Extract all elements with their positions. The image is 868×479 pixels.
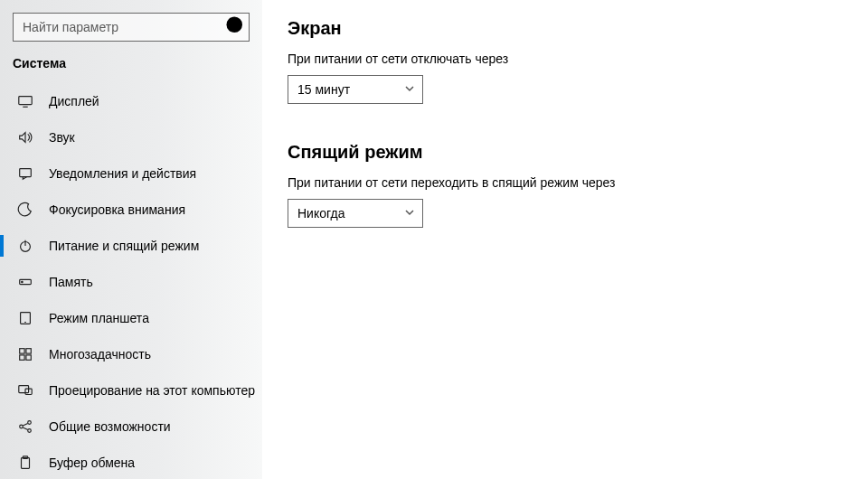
svg-line-22 — [23, 427, 27, 430]
sidebar-item-clipboard[interactable]: Буфер обмена — [0, 445, 262, 479]
chevron-down-icon — [404, 206, 415, 221]
sidebar-item-power-sleep[interactable]: Питание и спящий режим — [0, 228, 262, 264]
projecting-icon — [16, 381, 34, 399]
sidebar-item-label: Память — [49, 275, 93, 289]
svg-point-19 — [28, 421, 32, 425]
svg-line-1 — [241, 31, 247, 37]
sleep-after-value: Никогда — [297, 206, 344, 221]
sidebar-item-label: Общие возможности — [49, 419, 171, 434]
sidebar-item-label: Фокусировка внимания — [49, 202, 185, 217]
sidebar: Система Дисплей Звук Уведомления и дейст… — [0, 0, 262, 479]
svg-point-0 — [227, 16, 243, 33]
chevron-down-icon — [404, 82, 415, 97]
sidebar-item-label: Звук — [49, 130, 75, 145]
sidebar-item-projecting[interactable]: Проецирование на этот компьютер — [0, 372, 262, 409]
sidebar-item-label: Уведомления и действия — [49, 166, 196, 181]
main-content: Экран При питании от сети отключать чере… — [262, 0, 868, 479]
search-input-wrap[interactable] — [13, 13, 250, 42]
svg-rect-23 — [22, 458, 30, 469]
notifications-icon — [16, 164, 34, 183]
sidebar-item-focus-assist[interactable]: Фокусировка внимания — [0, 192, 262, 228]
sidebar-item-label: Проецирование на этот компьютер — [49, 383, 255, 398]
sidebar-item-sound[interactable]: Звук — [0, 119, 262, 155]
sidebar-item-multitasking[interactable]: Многозадачность — [0, 336, 262, 372]
search-icon — [223, 14, 249, 42]
sidebar-item-storage[interactable]: Память — [0, 264, 262, 300]
sidebar-item-display[interactable]: Дисплей — [0, 83, 262, 119]
search-input[interactable] — [14, 20, 223, 34]
svg-point-20 — [28, 429, 32, 433]
sidebar-item-label: Многозадачность — [49, 347, 151, 362]
sound-icon — [16, 128, 34, 146]
power-icon — [16, 237, 34, 255]
sidebar-item-notifications[interactable]: Уведомления и действия — [0, 155, 262, 192]
sidebar-item-tablet-mode[interactable]: Режим планшета — [0, 300, 262, 336]
sidebar-nav: Дисплей Звук Уведомления и действия Фоку… — [0, 83, 262, 479]
share-icon — [16, 418, 34, 436]
tablet-icon — [16, 309, 34, 327]
sidebar-item-label: Дисплей — [49, 94, 99, 108]
section-heading-screen: Экран — [288, 18, 843, 39]
moon-icon — [16, 201, 34, 219]
sidebar-item-label: Буфер обмена — [49, 456, 135, 470]
sidebar-item-label: Питание и спящий режим — [49, 239, 199, 253]
screen-off-dropdown[interactable]: 15 минут — [288, 75, 423, 104]
svg-marker-4 — [20, 133, 25, 143]
svg-rect-14 — [20, 355, 24, 360]
sidebar-category: Система — [0, 56, 262, 83]
search-container — [0, 13, 262, 56]
storage-icon — [16, 273, 34, 291]
svg-rect-12 — [20, 349, 24, 353]
section-heading-sleep: Спящий режим — [288, 142, 843, 163]
display-icon — [16, 92, 34, 110]
svg-line-21 — [23, 423, 27, 426]
svg-rect-2 — [19, 97, 32, 105]
sidebar-item-shared-experiences[interactable]: Общие возможности — [0, 409, 262, 445]
screen-off-label: При питании от сети отключать через — [288, 52, 843, 66]
clipboard-icon — [16, 454, 34, 472]
sidebar-item-label: Режим планшета — [49, 311, 149, 325]
screen-off-value: 15 минут — [297, 82, 350, 97]
svg-rect-13 — [26, 349, 31, 353]
svg-point-18 — [20, 425, 24, 428]
svg-point-9 — [22, 281, 23, 282]
svg-rect-15 — [26, 355, 31, 360]
sleep-after-label: При питании от сети переходить в спящий … — [288, 175, 843, 190]
sleep-after-dropdown[interactable]: Никогда — [288, 199, 423, 228]
svg-rect-5 — [20, 169, 32, 177]
multitasking-icon — [16, 345, 34, 363]
settings-window: Система Дисплей Звук Уведомления и дейст… — [0, 0, 868, 479]
